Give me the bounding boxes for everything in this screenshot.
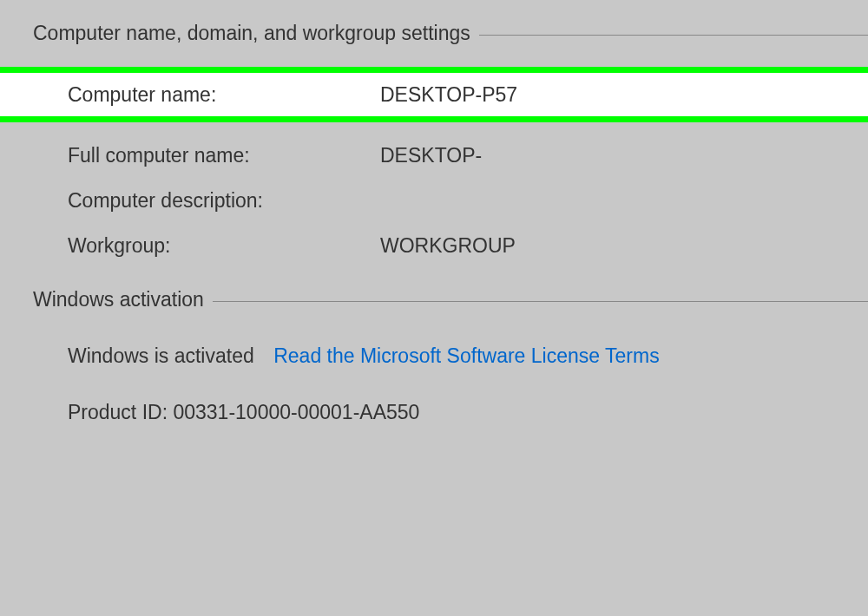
product-id-label: Product ID: — [68, 401, 173, 423]
computer-name-label: Computer name: — [68, 83, 380, 107]
license-terms-link[interactable]: Read the Microsoft Software License Term… — [273, 344, 659, 367]
computer-settings-section-header: Computer name, domain, and workgroup set… — [0, 22, 868, 45]
product-id-row: Product ID: 00331-10000-00001-AA550 — [0, 401, 868, 424]
section-divider — [479, 35, 868, 36]
activation-status-text: Windows is activated — [68, 344, 254, 367]
computer-name-highlight: Computer name: DESKTOP-P57 — [0, 67, 868, 122]
full-computer-name-value: DESKTOP- — [380, 144, 482, 167]
computer-name-value: DESKTOP-P57 — [380, 83, 517, 107]
full-computer-name-row: Full computer name: DESKTOP- — [0, 144, 868, 167]
workgroup-label: Workgroup: — [68, 234, 380, 258]
section-divider — [213, 301, 868, 302]
workgroup-value: WORKGROUP — [380, 234, 516, 258]
activation-section-header: Windows activation — [0, 288, 868, 311]
computer-name-row: Computer name: DESKTOP-P57 — [0, 73, 868, 116]
computer-description-label: Computer description: — [68, 189, 380, 213]
full-computer-name-label: Full computer name: — [68, 144, 380, 167]
product-id-value: 00331-10000-00001-AA550 — [173, 401, 419, 423]
activation-title: Windows activation — [33, 288, 213, 311]
workgroup-row: Workgroup: WORKGROUP — [0, 234, 868, 258]
computer-settings-title: Computer name, domain, and workgroup set… — [33, 22, 479, 45]
computer-description-row: Computer description: — [0, 189, 868, 213]
activation-status-row: Windows is activated Read the Microsoft … — [0, 344, 868, 368]
